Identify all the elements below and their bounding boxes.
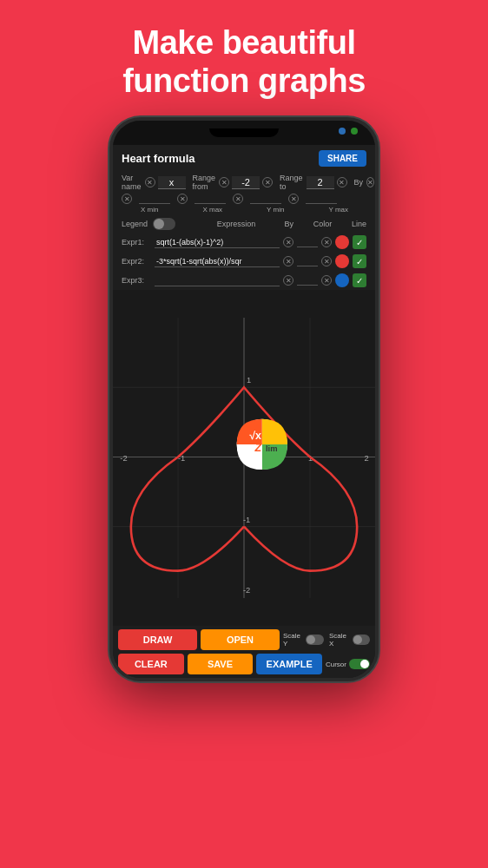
expr3-color-circle[interactable] <box>335 273 349 287</box>
xmin-label: X min <box>122 206 178 214</box>
svg-text:-2: -2 <box>120 454 127 463</box>
ymin-input[interactable] <box>250 194 281 204</box>
cursor-group: Cursor <box>326 659 370 669</box>
range-to-label: Range to <box>280 174 303 191</box>
expr2-color-circle[interactable] <box>335 254 349 268</box>
scale-x-label: Scale X <box>329 632 350 648</box>
expr2-check-box[interactable]: ✓ <box>353 254 366 268</box>
range-from-close-icon[interactable]: ✕ <box>219 177 229 187</box>
var-name-input[interactable] <box>158 176 186 189</box>
minmax-labels-row: X min X max Y min Y max <box>113 205 375 215</box>
scale-x-toggle[interactable] <box>353 635 370 645</box>
range-to-close-icon[interactable]: ✕ <box>337 177 347 187</box>
expr3-input[interactable] <box>155 275 280 286</box>
draw-button[interactable]: DRAW <box>118 629 197 650</box>
legend-toggle[interactable] <box>153 218 175 230</box>
legend-label: Legend <box>122 220 148 228</box>
xmin-input[interactable] <box>139 194 170 204</box>
var-name-label: Var name <box>122 174 142 191</box>
xmax-input[interactable] <box>195 194 226 204</box>
hero-line2: function graphs <box>122 62 366 99</box>
by-header: By <box>285 220 294 228</box>
cursor-toggle-thumb <box>360 660 369 668</box>
scale-y-label: Scale Y <box>283 632 303 648</box>
range-from-input[interactable] <box>232 176 260 189</box>
expr2-by-close-icon[interactable]: ✕ <box>321 256 332 266</box>
svg-text:-2: -2 <box>243 586 250 595</box>
expr3-by-input[interactable] <box>297 276 318 286</box>
scale-y-toggle-thumb <box>307 635 315 644</box>
ymax-label: Y max <box>311 206 367 214</box>
range-from-close2-icon[interactable]: ✕ <box>262 177 273 187</box>
expr-header: Expression <box>217 220 256 228</box>
range-to-input[interactable] <box>307 176 334 189</box>
clear-button[interactable]: CLEAR <box>118 654 184 674</box>
phone-frame: Heart formula SHARE Var name ✕ Range fro… <box>109 117 379 681</box>
ymax-input[interactable] <box>306 194 337 204</box>
expr2-row: Expr2: ✕ ✕ ✓ <box>113 252 375 271</box>
var-close-icon[interactable]: ✕ <box>145 177 155 187</box>
graph-area: 1 0 -1 -2 -2 -1 1 2 <box>113 290 375 626</box>
expr1-row: Expr1: ✕ ✕ ✓ <box>113 233 375 252</box>
xmin-close-icon[interactable]: ✕ <box>122 194 132 204</box>
xmax-close-icon[interactable]: ✕ <box>177 194 188 204</box>
legend-row: Legend Expression By Color Line <box>113 215 375 233</box>
save-button[interactable]: SAVE <box>188 654 254 674</box>
example-button[interactable]: EXAMPLE <box>256 654 322 674</box>
scale-y: Scale Y <box>283 632 324 648</box>
range-from-label: Range from <box>193 174 216 191</box>
bottom-buttons: DRAW OPEN Scale Y Scale X <box>113 626 375 678</box>
expr3-close-icon[interactable]: ✕ <box>283 275 293 286</box>
expr3-row: Expr3: ✕ ✕ ✓ <box>113 271 375 290</box>
scale-x: Scale X <box>329 632 370 648</box>
line-header: Line <box>352 220 366 228</box>
graph-svg: 1 0 -1 -2 -2 -1 1 2 <box>113 290 375 626</box>
minmax-row: ✕ ✕ ✕ ✕ <box>113 193 375 205</box>
expr3-by-close-icon[interactable]: ✕ <box>321 275 332 286</box>
range-from-group: ✕ ✕ <box>219 176 273 189</box>
expr2-by-input[interactable] <box>297 257 318 266</box>
svg-text:Z: Z <box>254 443 262 455</box>
cursor-label: Cursor <box>326 661 346 668</box>
by-label: By <box>354 178 364 187</box>
scale-y-toggle[interactable] <box>306 635 324 645</box>
expr1-color-circle[interactable] <box>335 235 349 249</box>
expr1-by-close-icon[interactable]: ✕ <box>321 237 332 247</box>
expr2-input[interactable] <box>155 256 280 267</box>
btn-row-1: DRAW OPEN Scale Y Scale X <box>118 629 370 650</box>
expr2-label: Expr2: <box>122 257 151 266</box>
phone-wrapper: Heart formula SHARE Var name ✕ Range fro… <box>0 114 488 681</box>
color-header: Color <box>313 220 333 228</box>
ymin-close-icon[interactable]: ✕ <box>233 194 243 204</box>
by-close-icon[interactable]: ✕ <box>366 177 374 187</box>
phone-dots <box>339 128 358 135</box>
phone-notch <box>209 128 279 137</box>
range-to-group: ✕ <box>307 176 347 189</box>
expr2-close-icon[interactable]: ✕ <box>283 256 293 266</box>
phone-dot-sensor <box>351 128 358 135</box>
expr1-check-box[interactable]: ✓ <box>353 235 366 249</box>
legend-toggle-thumb <box>154 219 164 229</box>
app-header: Heart formula SHARE <box>113 145 375 172</box>
app-title: Heart formula <box>122 152 195 165</box>
expr3-check-box[interactable]: ✓ <box>353 273 366 287</box>
svg-text:1: 1 <box>247 376 251 385</box>
cursor-toggle[interactable] <box>349 659 370 669</box>
phone-notch-area <box>113 121 375 145</box>
expr1-by-input[interactable] <box>297 238 318 247</box>
scale-x-toggle-thumb <box>353 635 362 644</box>
svg-text:-1: -1 <box>243 516 250 525</box>
ymin-label: Y min <box>247 206 304 214</box>
share-button[interactable]: SHARE <box>319 150 366 167</box>
expr1-input[interactable] <box>155 237 280 248</box>
expr3-label: Expr3: <box>122 276 151 285</box>
open-button[interactable]: OPEN <box>201 629 280 650</box>
hero-text: Make beautiful function graphs <box>0 0 488 114</box>
expr1-close-icon[interactable]: ✕ <box>283 237 293 247</box>
svg-text:lim: lim <box>266 445 278 454</box>
btn-row-2: CLEAR SAVE EXAMPLE Cursor <box>118 654 370 674</box>
expr1-label: Expr1: <box>122 238 151 247</box>
hero-line1: Make beautiful <box>133 24 356 61</box>
svg-text:2: 2 <box>365 454 369 463</box>
ymax-close-icon[interactable]: ✕ <box>288 194 299 204</box>
